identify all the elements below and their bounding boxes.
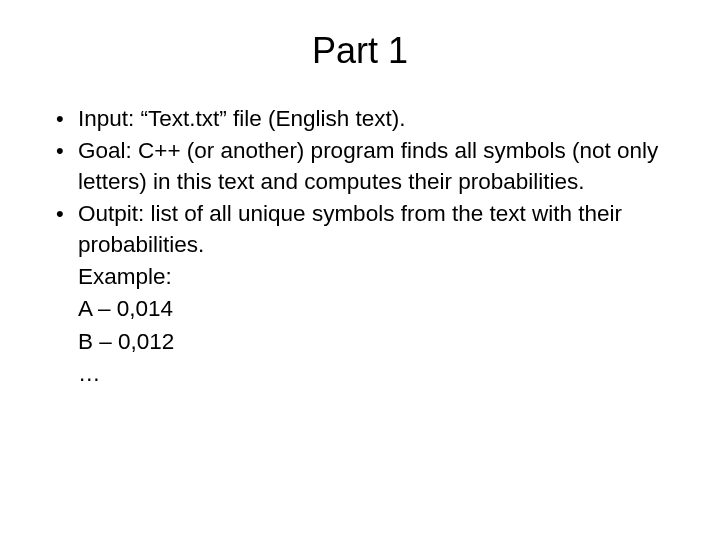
example-row: B – 0,012 <box>50 327 670 357</box>
example-label: Example: <box>50 262 670 292</box>
bullet-item: Goal: C++ (or another) program finds all… <box>50 136 670 197</box>
slide-title: Part 1 <box>50 30 670 72</box>
example-row: A – 0,014 <box>50 294 670 324</box>
bullet-list: Input: “Text.txt” file (English text). G… <box>50 104 670 260</box>
example-row: … <box>50 359 670 389</box>
slide: Part 1 Input: “Text.txt” file (English t… <box>0 0 720 540</box>
slide-content: Input: “Text.txt” file (English text). G… <box>50 104 670 389</box>
bullet-item: Input: “Text.txt” file (English text). <box>50 104 670 134</box>
bullet-item: Outpit: list of all unique symbols from … <box>50 199 670 260</box>
